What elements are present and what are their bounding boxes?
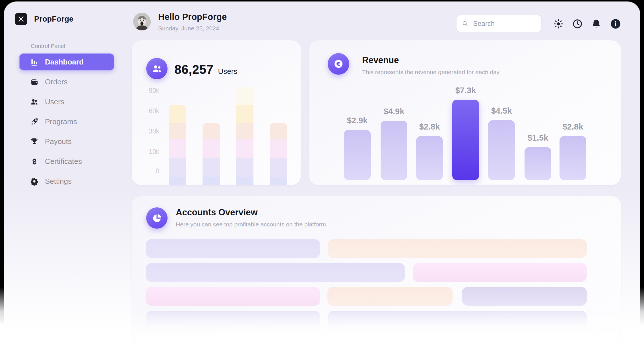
greeting-date: Sunday, June 25, 2024 <box>158 25 227 32</box>
search-icon <box>462 20 468 27</box>
users-bar-segment-peach <box>236 123 253 139</box>
revenue-bar-label: $7.3k <box>443 86 488 95</box>
users-y-tick: 60k <box>139 107 159 115</box>
users-bar-segment-peach <box>169 123 186 139</box>
bell-icon <box>591 18 602 29</box>
revenue-bar <box>488 120 515 180</box>
sidebar-item-payouts[interactable]: Payouts <box>19 133 114 150</box>
sidebar-item-dashboard[interactable]: Dashboard <box>19 53 114 70</box>
search-input[interactable] <box>472 19 536 28</box>
theme-toggle-button[interactable] <box>552 18 565 30</box>
account-row-pill <box>146 311 320 330</box>
revenue-bar <box>525 147 551 180</box>
sidebar-item-label: Users <box>45 97 64 106</box>
users-bar-segment-cream <box>236 87 253 105</box>
users-y-tick: 90k <box>139 87 159 95</box>
revenue-chart: $2.9k$4.9k$2.8k$7.3k$4.5k$1.5k$2.8k <box>309 40 621 185</box>
revenue-bar <box>560 136 586 180</box>
account-row-pill <box>328 239 587 258</box>
rocket-icon <box>30 117 39 126</box>
users-bar-segment-lavender <box>169 158 186 177</box>
info-button[interactable] <box>609 18 622 30</box>
account-row-pill <box>462 287 587 306</box>
users-bar-segment-indigo <box>203 177 220 185</box>
revenue-bar <box>381 121 407 180</box>
sidebar-item-label: Payouts <box>45 137 72 146</box>
users-bar-segment-yellow <box>169 105 186 123</box>
revenue-bar <box>452 100 479 180</box>
gear-icon <box>30 177 39 186</box>
account-row-pill <box>146 263 405 282</box>
sidebar-item-label: Settings <box>45 177 72 186</box>
sidebar-item-certificates[interactable]: Certificates <box>19 153 114 170</box>
users-bar-segment-pink <box>203 139 220 158</box>
greeting-title: Hello PropForge <box>158 12 227 22</box>
medal-icon <box>30 157 39 166</box>
wallet-icon <box>30 78 39 86</box>
sidebar-item-users[interactable]: Users <box>19 93 114 110</box>
avatar[interactable] <box>133 13 151 30</box>
clock-icon <box>572 18 583 29</box>
revenue-bar-label: $4.9k <box>371 107 417 116</box>
account-row-pill <box>327 287 453 306</box>
account-row-pill <box>146 287 320 306</box>
users-y-tick: 0 <box>139 167 159 175</box>
sidebar-item-label: Certificates <box>45 157 82 166</box>
info-icon <box>610 18 621 29</box>
users-bar-segment-indigo <box>236 177 253 185</box>
sidebar-item-label: Dashboard <box>45 58 84 66</box>
revenue-bar-label: $2.8k <box>407 122 452 132</box>
search-box <box>456 15 542 32</box>
users-chart: 90k60k30k10k0 <box>132 40 301 185</box>
users-bar-segment-indigo <box>270 177 287 185</box>
revenue-card: € Revenue This represents the revenue ge… <box>309 40 621 185</box>
sidebar-item-label: Orders <box>45 78 67 86</box>
revenue-bar <box>344 130 371 180</box>
users-bar-segment-pink <box>270 139 287 158</box>
users-bar-segment-lavender <box>270 158 287 177</box>
users-bar-segment-peach <box>270 123 287 139</box>
revenue-bar-label: $2.8k <box>550 122 596 132</box>
users-icon <box>30 97 39 106</box>
accounts-rows <box>132 196 621 343</box>
revenue-bar-label: $2.9k <box>335 116 380 125</box>
sidebar-nav: DashboardOrdersUsersProgramsPayoutsCerti… <box>4 2 129 343</box>
account-row-pill <box>413 263 587 282</box>
greeting-block: Hello PropForge Sunday, June 25, 2024 <box>158 12 227 32</box>
trophy-icon <box>30 137 39 146</box>
bar-chart-icon <box>30 58 39 66</box>
sidebar-item-orders[interactable]: Orders <box>19 73 114 90</box>
users-stacked-bar <box>169 105 186 185</box>
users-bar-segment-yellow <box>236 105 253 123</box>
users-bar-segment-lavender <box>203 158 220 177</box>
accounts-overview-card: Accounts Overview Here you can see top p… <box>132 196 621 343</box>
revenue-bar <box>416 136 443 180</box>
sidebar-item-programs[interactable]: Programs <box>19 113 114 130</box>
sun-icon <box>553 18 564 29</box>
revenue-bar-label: $1.5k <box>515 133 561 143</box>
users-stacked-bar <box>270 123 287 185</box>
users-stacked-bar <box>236 87 253 185</box>
sidebar-item-settings[interactable]: Settings <box>19 173 114 190</box>
sidebar-item-label: Programs <box>45 117 77 126</box>
app-window: PropForge Control Panel DashboardOrdersU… <box>4 2 640 343</box>
users-bar-segment-peach <box>203 123 220 139</box>
users-y-tick: 10k <box>139 148 159 156</box>
revenue-bar-label: $4.5k <box>479 106 524 116</box>
notifications-button[interactable] <box>590 18 602 30</box>
history-button[interactable] <box>571 18 584 30</box>
users-bar-segment-lavender <box>236 158 253 177</box>
users-stacked-bar <box>203 123 220 185</box>
account-row-pill <box>146 239 320 258</box>
users-bar-segment-pink <box>236 139 253 158</box>
users-card: 86,257 Users 90k60k30k10k0 <box>132 40 301 185</box>
users-bar-segment-indigo <box>169 177 186 185</box>
users-y-tick: 30k <box>139 128 159 135</box>
account-row-pill <box>328 311 587 330</box>
users-bar-segment-pink <box>169 139 186 158</box>
